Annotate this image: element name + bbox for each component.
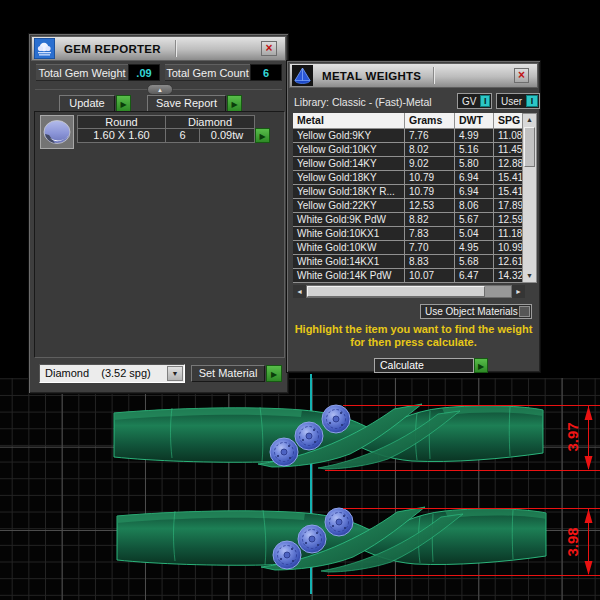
calculate-button[interactable]: Calculate — [374, 358, 474, 373]
user-toggle[interactable]: User I — [496, 93, 540, 109]
update-run-icon[interactable]: ▶ — [116, 95, 131, 112]
gem-weight-cell[interactable]: 0.09tw — [199, 128, 255, 143]
gem-material-header: Diamond — [165, 115, 255, 129]
scroll-up-icon[interactable]: ▲ — [523, 114, 536, 126]
save-report-button[interactable]: Save Report — [147, 95, 226, 112]
metal-table-cell: 12.88 — [494, 157, 522, 171]
metal-table-cell: 12.59 — [494, 213, 522, 227]
metal-table-row[interactable]: White Gold:9K PdW8.825.6712.59 — [293, 213, 522, 227]
metal-table-cell: White Gold:14K PdW — [293, 269, 405, 283]
metal-table-row[interactable]: White Gold:10KX17.835.0411.18 — [293, 227, 522, 241]
material-select[interactable]: Diamond (3.52 spg) ▼ — [39, 364, 185, 383]
metal-table-cell: 6.94 — [455, 185, 494, 199]
metal-table-cell: Yellow Gold:9KY — [293, 129, 405, 143]
metal-table-cell: Yellow Gold:22KY — [293, 199, 405, 213]
metal-table-cell: 5.16 — [455, 143, 494, 157]
metal-table-cell: 4.99 — [455, 129, 494, 143]
horizontal-scrollbar-track[interactable] — [306, 285, 512, 298]
metal-table-cell: 6.94 — [455, 171, 494, 185]
set-material-run-icon[interactable]: ▶ — [266, 365, 282, 382]
metal-table-cell: 10.79 — [405, 171, 455, 185]
metal-table-row[interactable]: White Gold:14K PdW10.076.4714.32 — [293, 269, 522, 283]
metal-table-row[interactable]: White Gold:10KW7.704.9510.99 — [293, 241, 522, 255]
metal-table-cell: 10.99 — [494, 241, 522, 255]
close-icon[interactable]: × — [514, 68, 529, 83]
metal-table: MetalGramsDWTSPG Yellow Gold:9KY7.764.99… — [293, 113, 522, 283]
metal-table-cell: 11.45 — [494, 143, 522, 157]
metal-table-cell: 8.02 — [405, 143, 455, 157]
metal-table-row[interactable]: Yellow Gold:10KY8.025.1611.45 — [293, 143, 522, 157]
horizontal-scrollbar-thumb[interactable] — [307, 286, 485, 297]
titlebar-divider — [175, 40, 177, 57]
close-icon[interactable]: × — [261, 41, 277, 56]
metal-table-row[interactable]: Yellow Gold:14KY9.025.8012.88 — [293, 157, 522, 171]
gem-shape-header: Round — [77, 115, 166, 129]
metal-column-header: DWT — [455, 113, 494, 129]
metal-table-row[interactable]: Yellow Gold:18KY R...10.796.9415.41 — [293, 185, 522, 199]
gem-list-panel: Round Diamond 1.60 X 1.60 6 0.09tw ▶ — [34, 111, 285, 358]
metal-table-cell: 7.83 — [405, 227, 455, 241]
use-object-materials-indicator[interactable] — [519, 306, 530, 317]
metal-table-cell: 11.18 — [494, 227, 522, 241]
chevron-down-icon[interactable]: ▼ — [167, 366, 183, 381]
metal-table-row[interactable]: White Gold:14KX18.835.6812.61 — [293, 255, 522, 269]
metal-table-rows: Yellow Gold:9KY7.764.9911.08Yellow Gold:… — [293, 129, 522, 283]
metal-column-header: Grams — [405, 113, 455, 129]
ring-model-bottom[interactable] — [115, 504, 549, 574]
gem-reporter-window: GEM REPORTER × Total Gem Weight .09 Tota… — [28, 33, 289, 394]
gem-thumbnail[interactable] — [40, 115, 74, 149]
gem-reporter-title: GEM REPORTER — [64, 43, 161, 55]
ring-model-top[interactable] — [112, 401, 546, 471]
gem-image — [41, 116, 73, 148]
metal-table-cell: 12.61 — [494, 255, 522, 269]
metal-table-cell: 17.89 — [494, 199, 522, 213]
metal-weights-window: METAL WEIGHTS × Library: Classic - (Fast… — [286, 60, 541, 373]
scroll-left-icon[interactable]: ◄ — [293, 285, 306, 298]
metal-table-cell: 8.06 — [455, 199, 494, 213]
update-button[interactable]: Update — [59, 95, 115, 112]
metal-table-cell: 12.53 — [405, 199, 455, 213]
total-gem-weight-label: Total Gem Weight — [36, 64, 128, 81]
save-report-run-icon[interactable]: ▶ — [227, 95, 242, 112]
metal-table-cell: Yellow Gold:14KY — [293, 157, 405, 171]
metal-weights-titlebar[interactable]: METAL WEIGHTS × — [289, 63, 538, 88]
metal-table-row[interactable]: Yellow Gold:18KY10.796.9415.41 — [293, 171, 522, 185]
titlebar-divider — [433, 67, 435, 84]
gv-toggle-indicator[interactable]: I — [480, 95, 490, 107]
metal-table-row[interactable]: Yellow Gold:22KY12.538.0617.89 — [293, 199, 522, 213]
metal-table-cell: 10.07 — [405, 269, 455, 283]
scroll-right-icon[interactable]: ► — [512, 285, 525, 298]
metal-table-cell: 11.08 — [494, 129, 522, 143]
metal-column-header: Metal — [293, 113, 405, 129]
metal-table-cell: 5.80 — [455, 157, 494, 171]
calculate-run-icon[interactable]: ▶ — [474, 358, 488, 373]
gem-count-cell[interactable]: 6 — [165, 128, 200, 143]
collapse-arrow-icon[interactable]: ▲ — [147, 84, 173, 95]
gv-toggle[interactable]: GV I — [457, 93, 492, 109]
use-object-materials-button[interactable]: Use Object Materials — [420, 304, 532, 319]
scroll-down-icon[interactable]: ▼ — [523, 270, 536, 282]
set-material-button[interactable]: Set Material — [191, 365, 265, 382]
vertical-scrollbar-thumb[interactable] — [524, 127, 535, 167]
metal-column-header: SPG — [494, 113, 522, 129]
instruction-text: Highlight the item you want to find the … — [287, 323, 540, 349]
metal-table-cell: White Gold:10KX1 — [293, 227, 405, 241]
gem-size-cell[interactable]: 1.60 X 1.60 — [77, 128, 166, 143]
metal-table-cell: 4.95 — [455, 241, 494, 255]
metal-table-cell: 7.76 — [405, 129, 455, 143]
gem-reporter-icon — [34, 38, 55, 59]
metal-table-cell: 5.04 — [455, 227, 494, 241]
metal-table-header: MetalGramsDWTSPG — [293, 113, 522, 129]
user-toggle-indicator[interactable]: I — [526, 95, 538, 107]
metal-table-row[interactable]: Yellow Gold:9KY7.764.9911.08 — [293, 129, 522, 143]
gem-reporter-titlebar[interactable]: GEM REPORTER × — [31, 36, 286, 61]
metal-table-cell: 10.79 — [405, 185, 455, 199]
metal-table-cell: White Gold:9K PdW — [293, 213, 405, 227]
metal-table-cell: 15.41 — [494, 171, 522, 185]
metal-table-cell: 5.67 — [455, 213, 494, 227]
vertical-scrollbar[interactable]: ▲ ▼ — [522, 113, 537, 283]
material-select-value: Diamond (3.52 spg) — [45, 367, 151, 379]
metal-table-cell: 6.47 — [455, 269, 494, 283]
gem-row-run-icon[interactable]: ▶ — [255, 128, 270, 143]
horizontal-scrollbar[interactable]: ◄ ► — [293, 285, 537, 298]
